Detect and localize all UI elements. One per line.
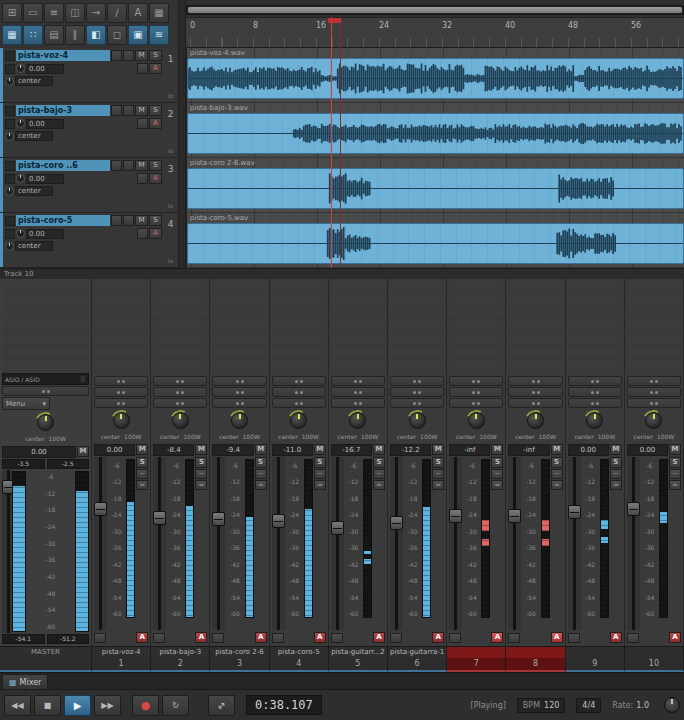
volume-fader[interactable]	[331, 457, 344, 630]
volume-fader[interactable]	[627, 457, 640, 630]
volume-fader[interactable]	[568, 457, 581, 630]
go-to-start-button[interactable]: ◀◀	[4, 695, 31, 716]
record-arm-button[interactable]: A	[149, 228, 162, 239]
channel-number-label[interactable]: 3	[210, 658, 269, 672]
solo-button[interactable]: S	[669, 457, 681, 468]
volume-readout[interactable]: 0.00	[94, 444, 135, 456]
record-arm-button[interactable]: A	[136, 632, 148, 643]
record-arm-button[interactable]: A	[149, 173, 162, 184]
env-button[interactable]	[137, 173, 148, 184]
pan-env-button[interactable]: ≈	[136, 480, 148, 490]
output-slot[interactable]	[212, 376, 266, 386]
volume-env-button[interactable]: ~	[432, 469, 444, 479]
solo-button[interactable]: S	[551, 457, 563, 468]
record-arm-button[interactable]: A	[551, 632, 563, 643]
solo-button[interactable]: S	[149, 105, 162, 116]
pan-env-button[interactable]: ≈	[669, 480, 681, 490]
mute-button[interactable]: M	[255, 444, 267, 455]
solo-button[interactable]: S	[432, 457, 444, 468]
fx-slots[interactable]	[2, 281, 89, 372]
env-button[interactable]	[137, 63, 148, 74]
panel-splitter[interactable]	[178, 0, 186, 268]
volume-knob[interactable]	[16, 64, 25, 73]
output-slot[interactable]	[627, 387, 681, 397]
solo-button[interactable]: S	[149, 50, 162, 61]
output-slot[interactable]	[449, 398, 503, 408]
fx-slots[interactable]	[331, 281, 385, 375]
volume-knob[interactable]	[16, 229, 25, 238]
fx-slots[interactable]	[627, 281, 681, 375]
routing-button[interactable]	[111, 160, 122, 171]
fx-slots[interactable]	[272, 281, 326, 375]
pan-env-button[interactable]: ≈	[255, 480, 267, 490]
output-slot[interactable]	[2, 386, 89, 396]
record-arm-button[interactable]: A	[373, 632, 385, 643]
fader-handle[interactable]	[212, 512, 225, 526]
volume-readout[interactable]: 0.00	[627, 444, 668, 456]
pan-knob[interactable]	[349, 412, 366, 429]
fx-bypass-button[interactable]	[94, 633, 106, 643]
stop-button[interactable]: ■	[34, 695, 61, 716]
channel-name-label[interactable]	[625, 647, 684, 658]
fader-handle[interactable]	[94, 502, 107, 516]
record-arm-button[interactable]: A	[432, 632, 444, 643]
pan-env-button[interactable]: ≈	[551, 480, 563, 490]
mixer-menu-button[interactable]: Menu▾	[2, 397, 50, 410]
fx-bypass-button[interactable]	[212, 633, 224, 643]
record-arm-button[interactable]: A	[314, 632, 326, 643]
mixer-fader-icon[interactable]: ◧	[86, 25, 106, 45]
solo-button[interactable]: S	[149, 160, 162, 171]
pan-env-button[interactable]: ≈	[314, 480, 326, 490]
volume-env-button[interactable]: ~	[551, 469, 563, 479]
fader-handle[interactable]	[627, 502, 640, 516]
time-signature[interactable]: 4/4	[576, 698, 601, 713]
pan-knob[interactable]	[231, 412, 248, 429]
audio-clip[interactable]	[187, 113, 684, 154]
phase-icon[interactable]	[5, 229, 15, 239]
output-slot[interactable]	[508, 398, 562, 408]
tab-mixer[interactable]: ▦ Mixer	[2, 674, 48, 689]
volume-fader[interactable]	[94, 457, 107, 630]
record-arm-button[interactable]: A	[669, 632, 681, 643]
record-arm-button[interactable]: A	[149, 63, 162, 74]
fx-slots[interactable]	[212, 281, 266, 375]
audio-clip[interactable]	[187, 168, 684, 209]
pan-knob[interactable]	[527, 412, 544, 429]
time-display[interactable]: 0:38.107	[246, 695, 322, 715]
output-slot[interactable]	[390, 376, 444, 386]
rate-value[interactable]: 1.0	[636, 701, 649, 710]
channel-name-label[interactable]: pista-voz-4	[92, 647, 151, 658]
fx-button[interactable]	[123, 50, 134, 61]
volume-env-button[interactable]: ~	[669, 469, 681, 479]
master-fader[interactable]	[2, 470, 12, 633]
output-slot[interactable]	[390, 387, 444, 397]
record-monitor-icon[interactable]	[5, 216, 15, 226]
phase-icon[interactable]	[5, 174, 15, 184]
volume-env-button[interactable]: ~	[373, 469, 385, 479]
channel-name-label[interactable]: pista-bajo-3	[151, 647, 210, 658]
bpm-box[interactable]: BPM120	[517, 698, 566, 713]
fx-bypass-button[interactable]	[449, 633, 461, 643]
volume-readout[interactable]: -9.4	[212, 444, 253, 456]
channel-name-label[interactable]: pista-guitarra-1	[388, 647, 447, 658]
track-number[interactable]: 4	[168, 219, 174, 229]
split-item-icon[interactable]: ◫	[65, 3, 85, 23]
routing-button[interactable]	[111, 50, 122, 61]
fader-handle[interactable]	[390, 516, 403, 530]
pan-knob[interactable]	[5, 132, 14, 141]
io-label[interactable]: io	[168, 202, 173, 209]
list-icon[interactable]: ≡	[44, 3, 64, 23]
fx-bypass-button[interactable]	[390, 633, 402, 643]
output-slot[interactable]	[94, 398, 148, 408]
output-slot[interactable]	[627, 376, 681, 386]
volume-readout[interactable]: -8.4	[153, 444, 194, 456]
volume-env-button[interactable]: ~	[610, 469, 622, 479]
waveform-view-icon[interactable]: ≋	[149, 25, 169, 45]
item-edit-icon[interactable]: ▭	[23, 3, 43, 23]
volume-readout[interactable]: -inf	[508, 444, 549, 456]
fader-handle[interactable]	[272, 514, 285, 528]
fader-handle[interactable]	[449, 509, 462, 523]
output-slot[interactable]	[449, 376, 503, 386]
fx-bypass-button[interactable]	[331, 633, 343, 643]
horizontal-scrollbar[interactable]	[186, 5, 684, 15]
